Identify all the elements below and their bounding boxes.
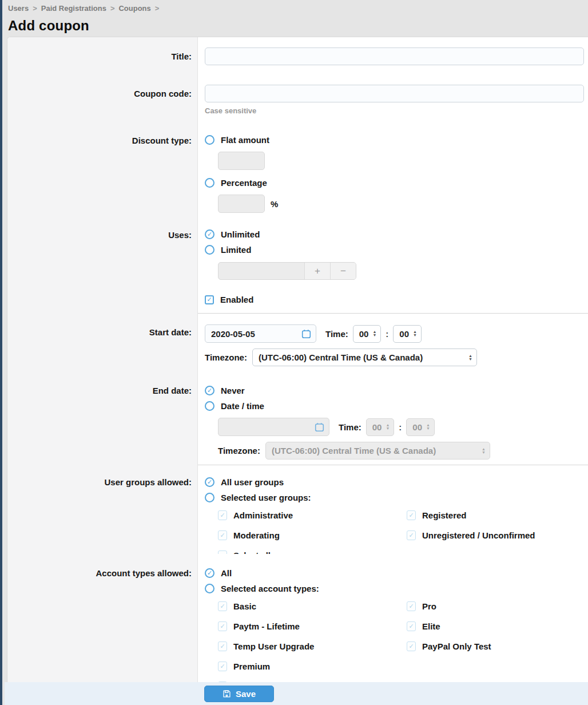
spinner-arrows-icon (386, 423, 390, 430)
start-date-input[interactable]: 2020-05-05 (205, 324, 316, 343)
start-timezone-value: (UTC-06:00) Central Time (US & Canada) (259, 352, 423, 362)
checkbox-moderating: Moderating (218, 528, 407, 543)
checkbox-paypal-only-test: PayPal Only Test (407, 639, 588, 654)
page-title: Add coupon (8, 18, 588, 34)
checkbox-basic: Basic (218, 599, 407, 614)
start-timezone-select[interactable]: (UTC-06:00) Central Time (US & Canada) (252, 348, 477, 366)
start-time-label: Time: (325, 329, 348, 339)
checkbox-label: Elite (422, 621, 440, 631)
flat-amount-input (218, 152, 265, 170)
radio-selected-account-types[interactable]: Selected account types: (205, 581, 588, 596)
radio-selected-account-types-label: Selected account types: (221, 584, 319, 593)
discount-type-label: Discount type: (132, 136, 192, 145)
account-types-checkbox-list: Basic Pro Paytm - Lifetime Elite Temp Us… (218, 599, 588, 682)
form-row-account-types: Account types allowed: All Selected acco… (7, 554, 588, 682)
start-minute-value: 00 (399, 329, 409, 339)
radio-percentage[interactable]: Percentage (205, 175, 588, 191)
spinner-arrows-icon (468, 354, 472, 361)
checkbox-label: Paytm - Lifetime (233, 621, 300, 631)
coupon-code-hint: Case sensitive (205, 106, 588, 115)
spinner-arrows-icon (413, 330, 417, 337)
checkbox-unregistered: Unregistered / Unconfirmed (407, 528, 588, 543)
breadcrumb-separator-icon: > (33, 4, 37, 13)
radio-never[interactable]: Never (205, 383, 588, 398)
radio-all-user-groups[interactable]: All user groups (205, 474, 588, 490)
title-input[interactable] (205, 47, 584, 65)
stepper-increment-button: + (304, 263, 330, 279)
save-button[interactable]: Save (204, 686, 274, 702)
save-button-label: Save (236, 689, 256, 699)
checkbox-premium: Premium (218, 659, 407, 674)
spinner-arrows-icon (372, 330, 376, 337)
start-hour-value: 00 (359, 329, 369, 339)
end-timezone-select: (UTC-06:00) Central Time (US & Canada) (265, 442, 490, 460)
account-types-label: Account types allowed: (96, 568, 192, 578)
coupon-code-input[interactable] (205, 85, 584, 102)
enabled-label: Enabled (220, 295, 253, 304)
radio-flat-amount[interactable]: Flat amount (205, 132, 588, 148)
breadcrumb-link-users[interactable]: Users (8, 4, 29, 13)
user-groups-label: User groups allowed: (104, 477, 192, 487)
checkbox-temp-user-upgrade: Temp User Upgrade (218, 639, 407, 654)
uses-label: Uses: (168, 230, 192, 240)
radio-date-time[interactable]: Date / time (205, 398, 588, 414)
end-date-label: End date: (153, 386, 192, 395)
radio-all-user-groups-label: All user groups (221, 477, 284, 487)
checkbox-icon (218, 601, 227, 611)
end-minute-select: 00 (406, 418, 435, 436)
checkbox-pro: Pro (407, 599, 588, 614)
checkbox-label: Unregistered / Unconfirmed (422, 530, 535, 540)
checkbox-icon (218, 621, 227, 631)
calendar-icon (315, 422, 324, 432)
calendar-icon[interactable] (301, 329, 311, 339)
radio-all-account-types[interactable]: All (205, 565, 588, 581)
limited-uses-stepper: + − (218, 262, 356, 280)
breadcrumb-separator-icon: > (110, 4, 115, 13)
end-hour-value: 00 (372, 422, 382, 432)
end-timezone-value: (UTC-06:00) Central Time (US & Canada) (272, 446, 436, 456)
form-row-enabled: Enabled (7, 285, 588, 314)
radio-icon (205, 178, 214, 188)
form-row-end-date: End date: Never Date / time Tim (7, 377, 588, 465)
checkbox-icon (407, 601, 416, 611)
page-header: Users > Paid Registrations > Coupons > A… (0, 0, 588, 37)
radio-icon (205, 245, 214, 255)
start-minute-select[interactable]: 00 (393, 325, 422, 343)
form-row-user-groups: User groups allowed: All user groups Sel… (7, 465, 588, 554)
breadcrumb: Users > Paid Registrations > Coupons > (8, 4, 588, 13)
start-hour-select[interactable]: 00 (353, 325, 382, 343)
radio-icon (205, 493, 214, 502)
radio-limited[interactable]: Limited (205, 242, 588, 258)
form-footer: Save (5, 682, 588, 705)
checkbox-checked-icon (205, 295, 214, 304)
checkbox-icon (218, 530, 227, 540)
start-date-label: Start date: (149, 327, 192, 337)
breadcrumb-separator-icon: > (155, 4, 160, 13)
end-minute-value: 00 (412, 422, 422, 432)
checkbox-label: Registered (422, 510, 467, 520)
radio-checked-icon (205, 568, 214, 578)
breadcrumb-link-paid-registrations[interactable]: Paid Registrations (41, 4, 106, 13)
checkbox-label: PayPal Only Test (422, 641, 491, 651)
radio-checked-icon (205, 229, 214, 239)
checkbox-label: Basic (233, 601, 256, 611)
form-row-start-date: Start date: 2020-05-05 Time: 00 : 00 (7, 314, 588, 377)
checkbox-icon (218, 510, 227, 520)
radio-unlimited[interactable]: Unlimited (205, 227, 588, 242)
checkbox-elite: Elite (407, 619, 588, 634)
checkbox-paytm-lifetime: Paytm - Lifetime (218, 619, 407, 634)
radio-checked-icon (205, 386, 214, 395)
breadcrumb-link-coupons[interactable]: Coupons (118, 4, 150, 13)
percent-suffix: % (271, 199, 278, 209)
form-row-uses: Uses: Unlimited Limited + − (7, 224, 588, 285)
radio-icon (205, 401, 214, 411)
time-colon: : (399, 422, 402, 432)
checkbox-icon (218, 662, 227, 671)
save-icon (223, 690, 231, 698)
end-hour-select: 00 (366, 418, 395, 436)
radio-date-time-label: Date / time (221, 401, 264, 411)
enabled-checkbox[interactable]: Enabled (205, 292, 588, 307)
radio-flat-amount-label: Flat amount (221, 135, 269, 145)
checkbox-label: Administrative (233, 510, 293, 520)
radio-selected-user-groups[interactable]: Selected user groups: (205, 490, 588, 505)
